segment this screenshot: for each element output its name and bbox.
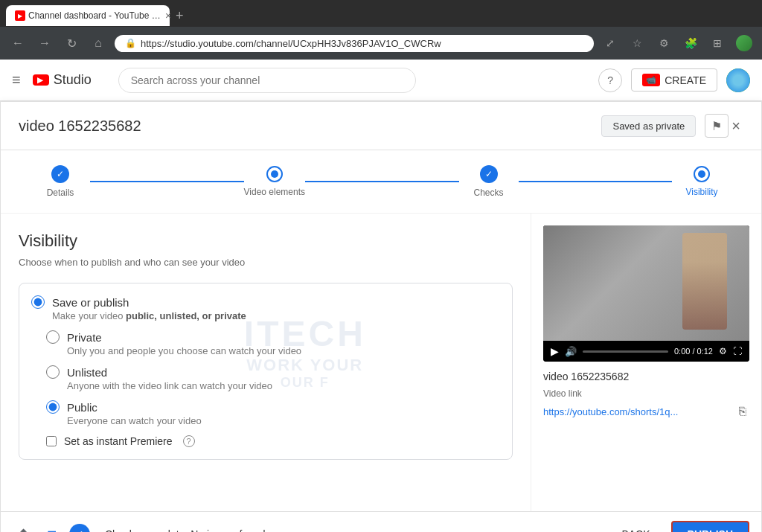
copy-button[interactable]: ⎘ <box>736 402 749 421</box>
forward-button[interactable]: → <box>34 33 55 54</box>
bottom-icons: ⬆ ⊞ ✓ <box>13 524 90 532</box>
volume-button[interactable]: 🔊 <box>565 346 577 357</box>
visibility-title: Visibility <box>19 231 513 251</box>
video-controls-bar: ▶ 🔊 0:00 / 0:12 ⚙ ⛶ <box>543 341 749 362</box>
back-button[interactable]: BACK <box>609 522 662 532</box>
option-label-0: Save or publish <box>52 296 129 309</box>
address-bar[interactable]: 🔒 https://studio.youtube.com/channel/UCx… <box>115 35 594 52</box>
step-visibility-label: Visibility <box>685 187 717 197</box>
steps-bar: ✓ Details Video elements ✓ Checks Visibi… <box>1 150 761 214</box>
create-button[interactable]: 📹 CREATE <box>631 68 717 92</box>
thumb-person <box>682 233 727 330</box>
back-button[interactable]: ← <box>7 33 28 54</box>
premiere-help-icon[interactable]: ? <box>183 435 195 447</box>
check-status-icon: ✓ <box>69 524 90 532</box>
hamburger-menu-icon[interactable]: ≡ <box>12 71 21 89</box>
home-button[interactable]: ⌂ <box>88 33 109 54</box>
option-public: Public Everyone can watch your video <box>46 400 500 426</box>
yt-logo-icon <box>33 74 49 86</box>
step-connector-2 <box>305 181 459 182</box>
browser-chrome: ▶ Channel dashboard - YouTube St... × + … <box>0 0 762 60</box>
yt-studio-header: ≡ Studio ? 📹 CREATE <box>0 60 762 101</box>
active-tab[interactable]: ▶ Channel dashboard - YouTube St... × <box>6 5 170 26</box>
option-row-0: Save or publish <box>31 295 500 309</box>
lock-icon: 🔒 <box>125 38 136 48</box>
upload-icon[interactable]: ⬆ <box>13 524 33 532</box>
nav-action-6[interactable] <box>734 33 755 54</box>
option-desc-3: Everyone can watch your video <box>67 415 500 426</box>
premiere-row: Set as instant Premiere ? <box>46 435 500 447</box>
nav-action-3[interactable]: ⚙ <box>653 33 674 54</box>
feedback-button[interactable]: ⚑ <box>705 114 729 138</box>
step-details[interactable]: ✓ Details <box>31 165 90 198</box>
step-details-label: Details <box>47 188 74 198</box>
video-link[interactable]: https://youtube.com/shorts/1q... <box>543 406 730 417</box>
help-icon: ? <box>607 74 613 86</box>
dialog: ITECH WORK YOUR OUR F video 1652235682 S… <box>0 101 762 532</box>
saved-status-badge: Saved as private <box>601 115 696 137</box>
option-label-3: Public <box>67 401 97 414</box>
radio-public[interactable] <box>46 400 60 414</box>
refresh-button[interactable]: ↻ <box>61 33 82 54</box>
radio-unlisted[interactable] <box>46 365 60 379</box>
option-unlisted: Unlisted Anyone with the video link can … <box>46 365 500 391</box>
search-input[interactable] <box>118 68 416 93</box>
options-card: Save or publish Make your video public, … <box>19 283 513 460</box>
play-button[interactable]: ▶ <box>551 345 559 357</box>
nav-bar: ← → ↻ ⌂ 🔒 https://studio.youtube.com/cha… <box>0 27 762 60</box>
desc-prefix-0: Make your video <box>52 310 126 321</box>
user-avatar[interactable] <box>726 68 750 92</box>
desc-bold-0: public, unlisted, or private <box>126 310 246 321</box>
camera-icon: 📹 <box>642 74 660 86</box>
bottom-bar: ⬆ ⊞ ✓ Checks complete. No issues found. … <box>1 511 761 532</box>
new-tab-button[interactable]: + <box>170 8 190 24</box>
time-display: 0:00 / 0:12 <box>674 347 713 356</box>
dialog-title: video 1652235682 <box>19 118 601 135</box>
step-visibility[interactable]: Visibility <box>672 166 731 197</box>
settings-button[interactable]: ⚙ <box>719 346 727 356</box>
option-desc-0: Make your video public, unlisted, or pri… <box>52 310 500 321</box>
step-checks[interactable]: ✓ Checks <box>459 165 519 198</box>
premiere-checkbox[interactable] <box>46 436 57 446</box>
option-label-2: Unlisted <box>67 366 107 379</box>
option-label-1: Private <box>67 331 102 344</box>
step-checks-label: Checks <box>473 188 503 198</box>
option-row-1: Private <box>46 330 500 344</box>
search-bar[interactable] <box>118 68 416 93</box>
visibility-subtitle: Choose when to publish and who can see y… <box>19 257 513 268</box>
video-link-row: https://youtube.com/shorts/1q... ⎘ <box>543 402 749 421</box>
dialog-body: Visibility Choose when to publish and wh… <box>1 214 761 511</box>
tab-bar: ▶ Channel dashboard - YouTube St... × + <box>0 0 762 27</box>
feedback-icon: ⚑ <box>711 119 722 133</box>
step-video-elements[interactable]: Video elements <box>244 166 306 197</box>
video-link-label: Video link <box>543 388 749 399</box>
visibility-dot <box>698 170 705 178</box>
option-save-or-publish: Save or publish Make your video public, … <box>31 295 500 321</box>
radio-private[interactable] <box>46 330 60 344</box>
nav-action-4[interactable]: 🧩 <box>680 33 701 54</box>
left-panel: Visibility Choose when to publish and wh… <box>1 214 531 511</box>
step-connector-3 <box>519 181 673 182</box>
video-preview: ▶ 🔊 0:00 / 0:12 ⚙ ⛶ <box>543 225 749 362</box>
nav-action-2[interactable]: ☆ <box>627 33 647 54</box>
progress-bar[interactable] <box>583 350 668 353</box>
radio-save-or-publish[interactable] <box>31 295 45 309</box>
active-dot <box>271 170 278 178</box>
tab-title: Channel dashboard - YouTube St... <box>28 10 162 21</box>
grid-icon[interactable]: ⊞ <box>41 524 62 532</box>
option-row-2: Unlisted <box>46 365 500 379</box>
publish-button[interactable]: PUBLISH <box>671 521 749 532</box>
fullscreen-button[interactable]: ⛶ <box>733 346 742 356</box>
premiere-label: Set as instant Premiere <box>64 435 173 447</box>
favicon-icon: ▶ <box>15 10 25 21</box>
create-label: CREATE <box>665 74 706 86</box>
yt-logo[interactable]: Studio <box>33 72 92 88</box>
nav-action-5[interactable]: ⊞ <box>707 33 728 54</box>
nav-action-1[interactable]: ⤢ <box>600 33 621 54</box>
step-connector-1 <box>90 181 244 182</box>
header-right: ? 📹 CREATE <box>598 68 750 92</box>
help-button[interactable]: ? <box>598 68 622 92</box>
option-private: Private Only you and people you choose c… <box>46 330 500 356</box>
close-button[interactable]: × <box>729 115 743 138</box>
tab-favicon: ▶ Channel dashboard - YouTube St... × <box>15 10 171 22</box>
